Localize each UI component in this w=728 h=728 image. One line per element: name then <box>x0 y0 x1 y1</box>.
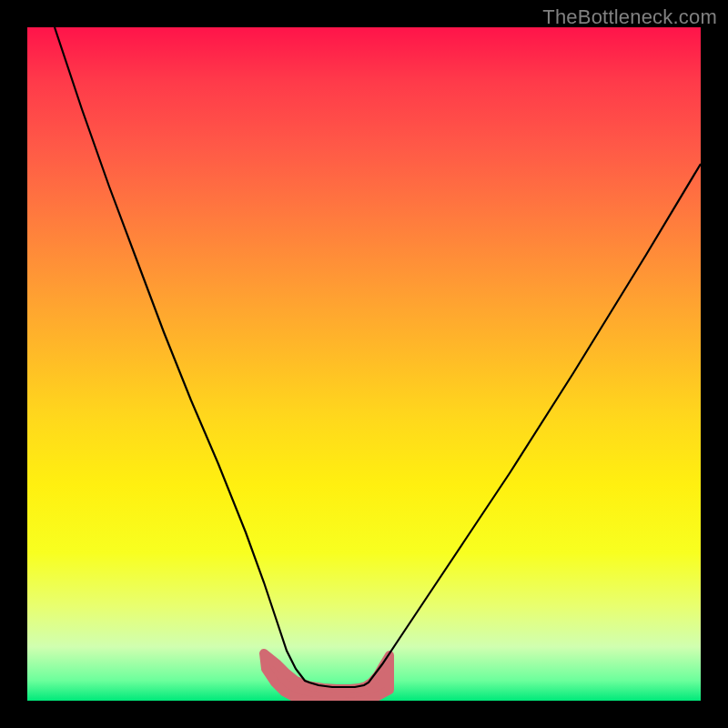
plot-area <box>27 27 701 701</box>
tolerance-band <box>264 653 389 701</box>
bottleneck-curve <box>55 27 701 687</box>
watermark-text: TheBottleneck.com <box>542 5 717 29</box>
chart-stage: TheBottleneck.com <box>0 0 728 728</box>
chart-svg <box>27 27 701 701</box>
